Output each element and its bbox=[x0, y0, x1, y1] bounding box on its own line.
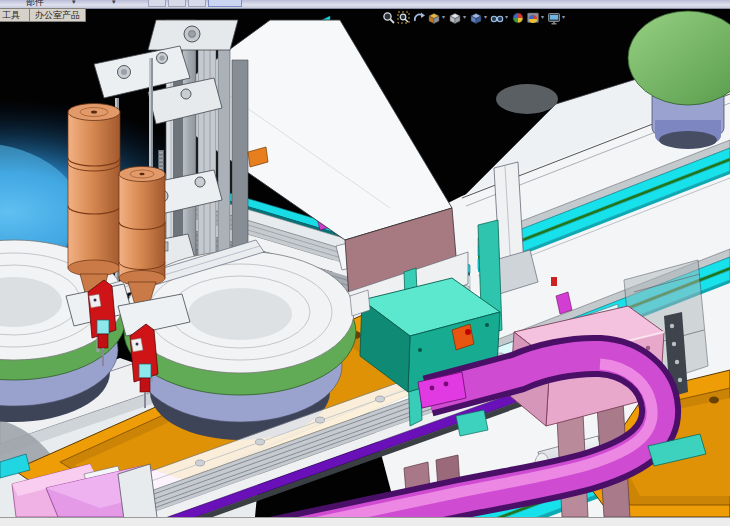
dropdown-caret[interactable]: ▾ bbox=[484, 10, 489, 25]
red-bit bbox=[551, 277, 557, 286]
cad-application-window: 部件 ▾ ▾ 工具 办公室产品 bbox=[0, 0, 730, 526]
apply-scene-button[interactable] bbox=[526, 10, 540, 25]
tab-tools[interactable]: 工具 bbox=[0, 8, 30, 22]
toolbar-button[interactable] bbox=[168, 0, 186, 7]
edit-appearance-icon bbox=[511, 11, 525, 25]
dropdown-caret[interactable]: ▾ bbox=[463, 10, 468, 25]
zoom-to-area-icon bbox=[397, 11, 411, 25]
active-tool-button[interactable] bbox=[208, 0, 242, 7]
section-view-icon bbox=[427, 11, 441, 25]
dropdown-caret[interactable]: ▾ bbox=[541, 10, 546, 25]
hide-show-items-button[interactable] bbox=[490, 10, 504, 25]
toolbar-button[interactable] bbox=[148, 0, 166, 7]
previous-view-icon bbox=[412, 11, 426, 25]
apply-scene-icon bbox=[526, 11, 540, 25]
section-view-button[interactable] bbox=[427, 10, 441, 25]
heads-up-view-toolbar: ▾ ▾ ▾ ▾ bbox=[382, 10, 567, 25]
dropdown-caret[interactable]: ▾ bbox=[562, 10, 567, 25]
zoom-to-fit-icon bbox=[382, 11, 396, 25]
previous-view-button[interactable] bbox=[412, 10, 426, 25]
zoom-to-area-button[interactable] bbox=[397, 10, 411, 25]
dropdown-caret[interactable]: ▾ bbox=[505, 10, 510, 25]
status-bar bbox=[0, 517, 730, 526]
view-settings-button[interactable] bbox=[547, 10, 561, 25]
toolbar-group-label: 部件 bbox=[26, 0, 44, 7]
display-style-button[interactable] bbox=[469, 10, 483, 25]
view-orientation-icon bbox=[448, 11, 462, 25]
dropdown-caret[interactable]: ▾ bbox=[112, 0, 116, 6]
command-manager-tabs: 工具 办公室产品 bbox=[0, 8, 86, 22]
view-settings-icon bbox=[547, 11, 561, 25]
dropdown-caret[interactable]: ▾ bbox=[72, 0, 76, 6]
zoom-to-fit-button[interactable] bbox=[382, 10, 396, 25]
tab-office-products[interactable]: 办公室产品 bbox=[30, 8, 86, 22]
hide-show-items-icon bbox=[490, 11, 504, 25]
view-orientation-button[interactable] bbox=[448, 10, 462, 25]
model-viewport[interactable] bbox=[0, 0, 730, 526]
part-shadow bbox=[496, 84, 558, 114]
toolbar-button[interactable] bbox=[188, 0, 206, 7]
command-toolbar: 部件 ▾ ▾ bbox=[0, 0, 730, 9]
dropdown-caret[interactable]: ▾ bbox=[442, 10, 447, 25]
edit-appearance-button[interactable] bbox=[511, 10, 525, 25]
display-style-icon bbox=[469, 11, 483, 25]
